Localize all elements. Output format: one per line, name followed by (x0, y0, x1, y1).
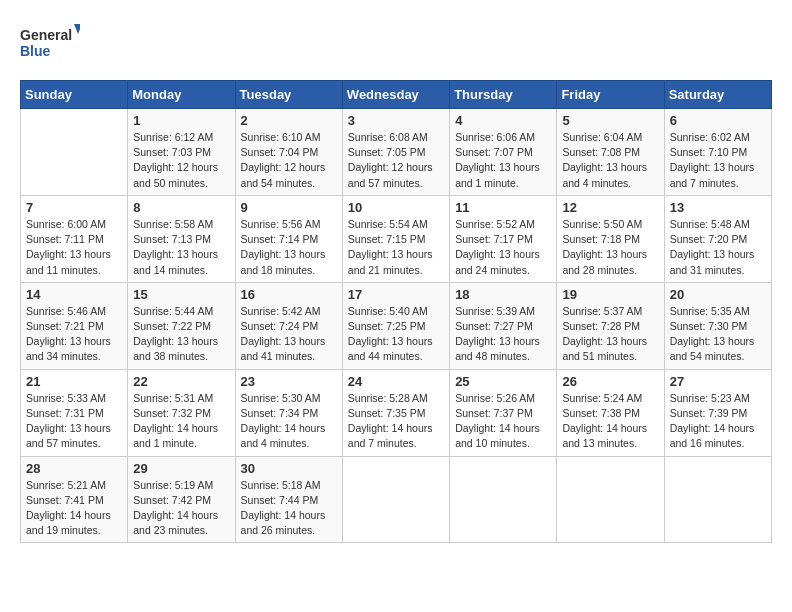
day-number: 28 (26, 461, 122, 476)
day-info: Sunrise: 5:26 AM Sunset: 7:37 PM Dayligh… (455, 391, 551, 452)
day-info: Sunrise: 5:33 AM Sunset: 7:31 PM Dayligh… (26, 391, 122, 452)
day-info: Sunrise: 5:56 AM Sunset: 7:14 PM Dayligh… (241, 217, 337, 278)
day-info: Sunrise: 5:28 AM Sunset: 7:35 PM Dayligh… (348, 391, 444, 452)
day-number: 17 (348, 287, 444, 302)
day-info: Sunrise: 5:31 AM Sunset: 7:32 PM Dayligh… (133, 391, 229, 452)
day-info: Sunrise: 5:40 AM Sunset: 7:25 PM Dayligh… (348, 304, 444, 365)
day-info: Sunrise: 6:12 AM Sunset: 7:03 PM Dayligh… (133, 130, 229, 191)
calendar-cell: 15Sunrise: 5:44 AM Sunset: 7:22 PM Dayli… (128, 282, 235, 369)
calendar-cell: 9Sunrise: 5:56 AM Sunset: 7:14 PM Daylig… (235, 195, 342, 282)
day-number: 19 (562, 287, 658, 302)
day-number: 15 (133, 287, 229, 302)
calendar-cell: 18Sunrise: 5:39 AM Sunset: 7:27 PM Dayli… (450, 282, 557, 369)
day-number: 25 (455, 374, 551, 389)
day-number: 23 (241, 374, 337, 389)
calendar-table: SundayMondayTuesdayWednesdayThursdayFrid… (20, 80, 772, 543)
calendar-cell: 11Sunrise: 5:52 AM Sunset: 7:17 PM Dayli… (450, 195, 557, 282)
day-number: 10 (348, 200, 444, 215)
calendar-cell: 24Sunrise: 5:28 AM Sunset: 7:35 PM Dayli… (342, 369, 449, 456)
calendar-cell: 17Sunrise: 5:40 AM Sunset: 7:25 PM Dayli… (342, 282, 449, 369)
day-number: 2 (241, 113, 337, 128)
day-number: 16 (241, 287, 337, 302)
calendar-cell: 6Sunrise: 6:02 AM Sunset: 7:10 PM Daylig… (664, 109, 771, 196)
day-info: Sunrise: 5:46 AM Sunset: 7:21 PM Dayligh… (26, 304, 122, 365)
logo-svg: General Blue (20, 20, 80, 70)
day-info: Sunrise: 5:44 AM Sunset: 7:22 PM Dayligh… (133, 304, 229, 365)
day-number: 4 (455, 113, 551, 128)
day-info: Sunrise: 5:21 AM Sunset: 7:41 PM Dayligh… (26, 478, 122, 539)
svg-marker-2 (74, 24, 80, 34)
calendar-week-row: 28Sunrise: 5:21 AM Sunset: 7:41 PM Dayli… (21, 456, 772, 543)
calendar-cell: 13Sunrise: 5:48 AM Sunset: 7:20 PM Dayli… (664, 195, 771, 282)
calendar-cell: 19Sunrise: 5:37 AM Sunset: 7:28 PM Dayli… (557, 282, 664, 369)
calendar-cell (342, 456, 449, 543)
calendar-cell: 22Sunrise: 5:31 AM Sunset: 7:32 PM Dayli… (128, 369, 235, 456)
day-info: Sunrise: 5:52 AM Sunset: 7:17 PM Dayligh… (455, 217, 551, 278)
calendar-cell: 26Sunrise: 5:24 AM Sunset: 7:38 PM Dayli… (557, 369, 664, 456)
calendar-cell (664, 456, 771, 543)
calendar-cell: 29Sunrise: 5:19 AM Sunset: 7:42 PM Dayli… (128, 456, 235, 543)
day-number: 27 (670, 374, 766, 389)
calendar-cell: 7Sunrise: 6:00 AM Sunset: 7:11 PM Daylig… (21, 195, 128, 282)
calendar-cell: 28Sunrise: 5:21 AM Sunset: 7:41 PM Dayli… (21, 456, 128, 543)
calendar-week-row: 21Sunrise: 5:33 AM Sunset: 7:31 PM Dayli… (21, 369, 772, 456)
day-number: 24 (348, 374, 444, 389)
calendar-cell: 23Sunrise: 5:30 AM Sunset: 7:34 PM Dayli… (235, 369, 342, 456)
day-number: 9 (241, 200, 337, 215)
calendar-cell: 27Sunrise: 5:23 AM Sunset: 7:39 PM Dayli… (664, 369, 771, 456)
calendar-cell: 4Sunrise: 6:06 AM Sunset: 7:07 PM Daylig… (450, 109, 557, 196)
day-number: 1 (133, 113, 229, 128)
day-info: Sunrise: 6:06 AM Sunset: 7:07 PM Dayligh… (455, 130, 551, 191)
svg-text:General: General (20, 27, 72, 43)
day-info: Sunrise: 5:39 AM Sunset: 7:27 PM Dayligh… (455, 304, 551, 365)
day-info: Sunrise: 5:42 AM Sunset: 7:24 PM Dayligh… (241, 304, 337, 365)
day-of-week-header: Monday (128, 81, 235, 109)
day-info: Sunrise: 5:30 AM Sunset: 7:34 PM Dayligh… (241, 391, 337, 452)
day-info: Sunrise: 5:23 AM Sunset: 7:39 PM Dayligh… (670, 391, 766, 452)
calendar-cell: 10Sunrise: 5:54 AM Sunset: 7:15 PM Dayli… (342, 195, 449, 282)
header: General Blue (20, 20, 772, 70)
calendar-cell: 16Sunrise: 5:42 AM Sunset: 7:24 PM Dayli… (235, 282, 342, 369)
calendar-cell: 30Sunrise: 5:18 AM Sunset: 7:44 PM Dayli… (235, 456, 342, 543)
day-number: 12 (562, 200, 658, 215)
day-number: 22 (133, 374, 229, 389)
day-number: 3 (348, 113, 444, 128)
calendar-cell: 14Sunrise: 5:46 AM Sunset: 7:21 PM Dayli… (21, 282, 128, 369)
day-number: 26 (562, 374, 658, 389)
calendar-week-row: 1Sunrise: 6:12 AM Sunset: 7:03 PM Daylig… (21, 109, 772, 196)
calendar-cell: 5Sunrise: 6:04 AM Sunset: 7:08 PM Daylig… (557, 109, 664, 196)
day-number: 18 (455, 287, 551, 302)
day-info: Sunrise: 6:10 AM Sunset: 7:04 PM Dayligh… (241, 130, 337, 191)
calendar-cell (21, 109, 128, 196)
day-of-week-header: Sunday (21, 81, 128, 109)
day-of-week-header: Saturday (664, 81, 771, 109)
day-info: Sunrise: 5:35 AM Sunset: 7:30 PM Dayligh… (670, 304, 766, 365)
day-info: Sunrise: 5:54 AM Sunset: 7:15 PM Dayligh… (348, 217, 444, 278)
day-number: 30 (241, 461, 337, 476)
calendar-cell (557, 456, 664, 543)
svg-text:Blue: Blue (20, 43, 51, 59)
calendar-cell: 21Sunrise: 5:33 AM Sunset: 7:31 PM Dayli… (21, 369, 128, 456)
day-number: 20 (670, 287, 766, 302)
day-number: 21 (26, 374, 122, 389)
day-number: 5 (562, 113, 658, 128)
calendar-cell: 20Sunrise: 5:35 AM Sunset: 7:30 PM Dayli… (664, 282, 771, 369)
day-number: 29 (133, 461, 229, 476)
calendar-cell: 1Sunrise: 6:12 AM Sunset: 7:03 PM Daylig… (128, 109, 235, 196)
day-number: 7 (26, 200, 122, 215)
calendar-week-row: 14Sunrise: 5:46 AM Sunset: 7:21 PM Dayli… (21, 282, 772, 369)
calendar-cell (450, 456, 557, 543)
day-number: 11 (455, 200, 551, 215)
day-of-week-header: Thursday (450, 81, 557, 109)
calendar-cell: 25Sunrise: 5:26 AM Sunset: 7:37 PM Dayli… (450, 369, 557, 456)
calendar-cell: 2Sunrise: 6:10 AM Sunset: 7:04 PM Daylig… (235, 109, 342, 196)
day-info: Sunrise: 6:00 AM Sunset: 7:11 PM Dayligh… (26, 217, 122, 278)
day-info: Sunrise: 5:58 AM Sunset: 7:13 PM Dayligh… (133, 217, 229, 278)
day-info: Sunrise: 5:18 AM Sunset: 7:44 PM Dayligh… (241, 478, 337, 539)
day-info: Sunrise: 6:02 AM Sunset: 7:10 PM Dayligh… (670, 130, 766, 191)
day-of-week-header: Tuesday (235, 81, 342, 109)
calendar-cell: 3Sunrise: 6:08 AM Sunset: 7:05 PM Daylig… (342, 109, 449, 196)
calendar-cell: 12Sunrise: 5:50 AM Sunset: 7:18 PM Dayli… (557, 195, 664, 282)
day-of-week-header: Friday (557, 81, 664, 109)
day-number: 13 (670, 200, 766, 215)
